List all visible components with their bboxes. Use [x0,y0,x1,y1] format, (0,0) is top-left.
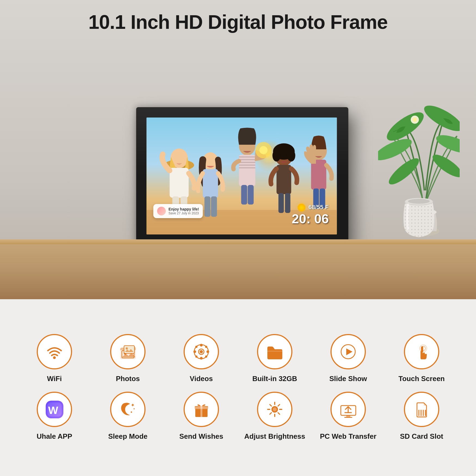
storage-icon-circle [257,334,292,369]
wishes-icon-circle [184,392,219,427]
gift-icon [193,401,210,418]
svg-rect-34 [241,185,247,205]
feature-wifi: WiFi [20,334,88,384]
photos-icon [119,343,137,361]
sdcard-icon-circle [404,392,439,427]
svg-point-63 [205,356,207,358]
svg-rect-80 [195,407,208,409]
svg-point-10 [413,118,417,122]
feature-transfer: PC Web Transfer [314,392,382,441]
wifi-icon-circle [37,334,72,369]
app-icon-circle: W [37,392,72,427]
vase-decoration [397,186,441,240]
svg-rect-35 [248,185,254,205]
svg-marker-68 [346,348,353,355]
svg-line-87 [270,404,271,406]
wishes-label: Send Wishes [179,432,223,441]
feature-sdcard: SD Card Slot [388,392,456,441]
svg-point-39 [287,150,295,162]
transfer-label: PC Web Transfer [320,432,376,441]
page-title: 10.1 Inch HD Digital Photo Frame [88,11,388,33]
svg-point-55 [126,347,128,350]
folder-icon [266,343,284,361]
slideshow-icon-circle [330,334,366,369]
sdcard-label: SD Card Slot [400,432,443,441]
photos-label: Photos [116,374,140,384]
transfer-icon-circle [330,392,366,427]
shelf [0,239,476,299]
svg-point-58 [200,344,203,347]
wifi-label: WiFi [47,374,62,384]
svg-point-62 [195,346,197,348]
photo-frame-container: 68/55 F 20: 06 Enjoy happy life! Save 27… [136,107,348,245]
videos-label: Videos [190,374,213,384]
videos-icon-circle [184,334,219,369]
svg-point-49 [53,356,56,359]
svg-rect-71 [421,346,423,352]
storage-label: Built-in 32GB [252,374,297,384]
svg-point-60 [193,350,196,353]
app-label: Uhale APP [37,432,72,441]
svg-rect-23 [203,169,218,198]
sleep-label: Sleep Mode [108,432,147,441]
svg-point-64 [205,346,207,348]
svg-line-89 [278,404,280,406]
svg-point-75 [134,408,135,409]
svg-rect-24 [205,196,211,217]
features-grid: WiFi Photos [20,334,456,441]
frame-notification: Enjoy happy life! Save 27 July in 2023 [153,204,203,218]
sun-icon [298,204,305,211]
brightness-icon-circle [257,392,292,427]
feature-touchscreen: Touch Screen [388,334,456,384]
feature-slideshow: Slide Show [314,334,382,384]
wifi-icon [46,343,63,361]
svg-line-88 [278,413,280,414]
svg-point-91 [273,407,277,411]
svg-rect-93 [346,415,350,417]
svg-rect-41 [279,193,284,213]
weather-temperature: 68/55 F [292,204,329,211]
svg-point-59 [200,357,203,360]
svg-rect-19 [170,168,189,198]
feature-videos: Videos [167,334,235,384]
svg-rect-42 [285,193,290,213]
svg-point-48 [259,146,268,154]
uhale-icon: W [46,401,63,418]
frame-screen: 68/55 F 20: 06 Enjoy happy life! Save 27… [147,118,337,234]
svg-point-66 [200,350,203,353]
feature-app: W Uhale APP [20,392,88,441]
feature-wishes: Send Wishes [167,392,235,441]
touchscreen-icon-circle [404,334,439,369]
svg-rect-94 [344,417,352,418]
svg-point-65 [195,356,197,358]
brightness-icon [266,401,284,418]
feature-sleep: Sleep Mode [94,392,162,441]
top-section: 10.1 Inch HD Digital Photo Frame [0,0,476,299]
svg-line-90 [270,413,271,414]
moon-icon [119,401,137,418]
brightness-label: Adjust Brightness [244,432,305,441]
notification-text: Enjoy happy life! Save 27 July in 2023 [169,207,199,215]
svg-point-14 [408,199,430,204]
weather-overlay: 68/55 F 20: 06 [292,204,329,226]
upload-icon [339,401,357,418]
feature-storage: Built-in 32GB [241,334,309,384]
notification-subtitle: Save 27 July in 2023 [169,211,199,215]
clock-display: 20: 06 [292,211,329,226]
photos-icon-circle [110,334,146,369]
features-section: WiFi Photos [0,299,476,476]
svg-point-61 [206,350,209,353]
notification-avatar [157,207,166,215]
notification-title: Enjoy happy life! [169,207,199,211]
svg-point-76 [131,411,132,413]
sdcard-icon [413,401,431,418]
svg-text:W: W [48,404,58,416]
touch-icon [413,343,431,361]
svg-rect-44 [311,160,326,190]
play-icon [339,343,357,361]
svg-rect-25 [211,196,217,217]
videos-icon [193,343,210,361]
photo-frame: 68/55 F 20: 06 Enjoy happy life! Save 27… [136,107,348,245]
shelf-top [0,239,476,244]
svg-point-6 [434,132,460,157]
